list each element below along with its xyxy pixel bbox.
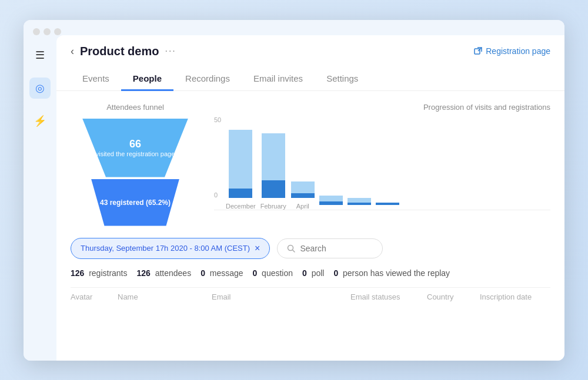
bars-area: December February — [214, 116, 550, 210]
sidebar: ☰ ◎ ⚡ — [24, 35, 56, 361]
close-light — [33, 28, 40, 35]
bar-chart-section: Progression of visits and registrations … — [214, 103, 550, 226]
back-button[interactable]: ‹ — [71, 45, 74, 58]
chart-y-max: 50 — [214, 116, 221, 123]
page-title-row: ‹ Product demo ··· Registration page — [71, 45, 550, 58]
col-header-inscription-date: Inscription date — [480, 292, 550, 301]
bar-group-april: April — [291, 130, 315, 210]
broadcast-icon: ◎ — [35, 82, 45, 95]
svg-line-3 — [293, 250, 295, 252]
search-box[interactable] — [277, 238, 383, 258]
registrants-stat: 126 registrants — [71, 268, 128, 278]
registration-page-link[interactable]: Registration page — [474, 46, 550, 56]
traffic-lights — [33, 28, 61, 35]
more-options-button[interactable]: ··· — [165, 46, 176, 56]
funnel-top-count: 66 — [129, 138, 141, 150]
message-stat: 0 message — [201, 268, 243, 278]
date-filter-clear-button[interactable]: × — [255, 243, 260, 254]
sidebar-menu-icon[interactable]: ☰ — [29, 45, 51, 66]
app-window: ☰ ◎ ⚡ ‹ Product demo ··· — [24, 20, 564, 361]
bar-dark-4 — [319, 201, 343, 205]
tab-recordings[interactable]: Recordings — [173, 68, 242, 91]
content-body: Attendees funnel 66 visited the registra… — [56, 91, 564, 361]
bar-stack-4 — [319, 137, 343, 205]
tabs-nav: Events People Recordings Email invites S… — [71, 68, 550, 90]
bar-label-april: April — [296, 203, 309, 210]
funnel-section: Attendees funnel 66 visited the registra… — [71, 103, 200, 226]
bar-group-4 — [319, 137, 343, 210]
funnel-bottom-segment: 43 registered (65.2%) — [91, 179, 179, 226]
col-header-avatar: Avatar — [71, 292, 118, 301]
hamburger-icon: ☰ — [35, 50, 45, 60]
attendees-stat: 126 attendees — [137, 268, 192, 278]
replay-stat: 0 person has viewed the replay — [333, 268, 450, 278]
analytics-row: Attendees funnel 66 visited the registra… — [71, 103, 550, 226]
maximize-light — [54, 28, 61, 35]
chart-title: Progression of visits and registrations — [214, 103, 550, 112]
title-bar — [24, 20, 564, 35]
content-area: ‹ Product demo ··· Registration page — [56, 35, 564, 361]
bar-label-december: December — [226, 203, 256, 210]
bar-dark-february — [262, 180, 285, 198]
content-header: ‹ Product demo ··· Registration page — [56, 35, 564, 91]
sidebar-lightning-icon[interactable]: ⚡ — [29, 110, 51, 132]
bar-stack-5 — [348, 137, 371, 205]
bar-group-6 — [376, 137, 399, 210]
page-title: Product demo — [80, 45, 159, 58]
funnel-chart: 66 visited the registration page 43 regi… — [71, 119, 200, 226]
bar-group-december: December — [226, 130, 256, 210]
tab-settings[interactable]: Settings — [315, 68, 370, 91]
col-header-email: Email — [212, 292, 350, 301]
col-header-email-statuses: Email statuses — [350, 292, 427, 301]
table-header-row: Avatar Name Email Email statuses Country… — [71, 287, 550, 306]
bar-stack-february — [262, 130, 285, 198]
bar-label-february: February — [260, 203, 286, 210]
bar-light-5 — [348, 198, 371, 203]
col-header-name: Name — [118, 292, 212, 301]
bar-group-5 — [348, 137, 371, 210]
sidebar-broadcast-icon[interactable]: ◎ — [29, 78, 51, 99]
tab-events[interactable]: Events — [71, 68, 121, 91]
filter-row: Thursday, September 17h 2020 - 8:00 AM (… — [71, 238, 550, 259]
bar-light-december — [229, 130, 252, 189]
bar-stack-december — [229, 130, 252, 198]
date-filter-label: Thursday, September 17h 2020 - 8:00 AM (… — [81, 244, 250, 253]
funnel-bottom-label: 43 registered (65.2%) — [100, 199, 171, 207]
bar-dark-6 — [376, 203, 399, 205]
registration-page-label: Registration page — [486, 46, 550, 56]
bar-dark-december — [229, 189, 252, 198]
tab-email-invites[interactable]: Email invites — [242, 68, 315, 91]
bar-stack-april — [291, 130, 315, 198]
col-header-country: Country — [427, 292, 480, 301]
funnel-top-label: visited the registration page — [96, 150, 175, 157]
bar-group-february: February — [260, 130, 286, 210]
bar-dark-5 — [348, 203, 371, 205]
minimize-light — [44, 28, 51, 35]
lightning-icon: ⚡ — [34, 115, 46, 127]
question-stat: 0 question — [253, 268, 293, 278]
funnel-title: Attendees funnel — [71, 103, 200, 112]
bar-light-april — [291, 181, 315, 193]
chart-y-zero: 0 — [214, 191, 218, 199]
bar-light-4 — [319, 196, 343, 201]
search-input[interactable] — [300, 244, 370, 253]
date-filter-badge[interactable]: Thursday, September 17h 2020 - 8:00 AM (… — [71, 238, 270, 259]
bar-light-february — [262, 133, 285, 180]
main-layout: ☰ ◎ ⚡ ‹ Product demo ··· — [24, 35, 564, 361]
external-link-icon — [474, 47, 482, 55]
search-icon — [287, 244, 295, 253]
stats-row: 126 registrants 126 attendees 0 message … — [71, 268, 550, 278]
poll-stat: 0 poll — [302, 268, 324, 278]
tab-people[interactable]: People — [121, 68, 173, 91]
page-title-left: ‹ Product demo ··· — [71, 45, 176, 58]
funnel-top-segment: 66 visited the registration page — [76, 119, 194, 177]
bar-stack-6 — [376, 137, 399, 205]
bar-dark-april — [291, 193, 315, 198]
